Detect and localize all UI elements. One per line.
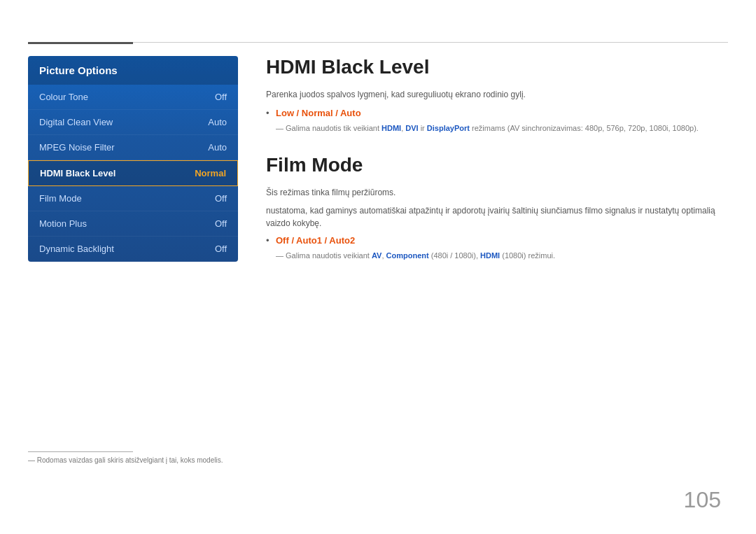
hdmi-bullet-item: Low / Normal / Auto (266, 108, 728, 118)
sidebar-value-hdmi-black-level: Normal (195, 168, 226, 178)
sidebar-item-colour-tone[interactable]: Colour Tone Off (28, 85, 238, 110)
hdmi-note-bold-hdmi: HDMI (382, 124, 401, 132)
sidebar-label-dynamic-backlight: Dynamic Backlight (39, 244, 114, 254)
sidebar-title: Picture Options (28, 56, 238, 85)
sidebar-item-motion-plus[interactable]: Motion Plus Off (28, 211, 238, 237)
film-note-bold-hdmi: HDMI (480, 251, 500, 260)
sidebar-value-mpeg-noise-filter: Auto (208, 142, 227, 153)
main-content: HDMI Black Level Parenka juodos spalvos … (266, 56, 728, 492)
sidebar-item-hdmi-black-level[interactable]: HDMI Black Level Normal (28, 160, 238, 186)
film-mode-bullet-text: Off / Auto1 / Auto2 (276, 235, 355, 246)
hdmi-note-bold-displayport: DisplayPort (427, 124, 470, 132)
sidebar-label-hdmi-black-level: HDMI Black Level (40, 168, 115, 178)
sidebar-item-mpeg-noise-filter[interactable]: MPEG Noise Filter Auto (28, 135, 238, 160)
footnote: ― Rodomas vaizdas gali skiris atsižvelgi… (28, 451, 728, 464)
hdmi-section-desc: Parenka juodos spalvos lygmenį, kad sure… (266, 88, 728, 101)
sidebar-label-film-mode: Film Mode (39, 193, 82, 204)
page-number: 105 (684, 487, 721, 513)
film-mode-title: Film Mode (266, 154, 728, 176)
sidebar-item-digital-clean-view[interactable]: Digital Clean View Auto (28, 110, 238, 135)
sidebar-label-mpeg-noise-filter: MPEG Noise Filter (39, 142, 115, 153)
film-note-bold-av: AV (372, 251, 382, 260)
sidebar-value-motion-plus: Off (215, 218, 227, 229)
hdmi-section-title: HDMI Black Level (266, 56, 728, 78)
sidebar-label-digital-clean-view: Digital Clean View (39, 117, 113, 127)
top-divider (28, 42, 728, 43)
hdmi-section: HDMI Black Level Parenka juodos spalvos … (266, 56, 728, 134)
film-mode-section: Film Mode Šis režimas tinka filmų peržiū… (266, 154, 728, 262)
sidebar-value-film-mode: Off (215, 193, 227, 204)
film-mode-desc1: Šis režimas tinka filmų peržiūroms. (266, 186, 728, 199)
sidebar-value-digital-clean-view: Auto (208, 117, 227, 127)
film-mode-bullet: Off / Auto1 / Auto2 (266, 235, 728, 246)
film-mode-desc2: nustatoma, kad gaminys automatiškai atpa… (266, 204, 728, 230)
footnote-divider (28, 451, 133, 452)
sidebar-item-film-mode[interactable]: Film Mode Off (28, 186, 238, 211)
sidebar-value-colour-tone: Off (215, 92, 227, 102)
sidebar-label-motion-plus: Motion Plus (39, 218, 87, 229)
footnote-text: ― Rodomas vaizdas gali skiris atsižvelgi… (28, 456, 728, 464)
sidebar-value-dynamic-backlight: Off (215, 244, 227, 254)
hdmi-note-bold-dvi: DVI (405, 124, 418, 132)
sidebar-panel: Picture Options Colour Tone Off Digital … (28, 56, 238, 262)
hdmi-note: Galima naudotis tik veikiant HDMI, DVI i… (266, 122, 728, 134)
hdmi-bullet-text: Low / Normal / Auto (276, 108, 361, 118)
top-accent-line (28, 42, 133, 44)
film-note-bold-component: Component (386, 251, 429, 260)
sidebar-item-dynamic-backlight[interactable]: Dynamic Backlight Off (28, 237, 238, 262)
film-mode-note: Galima naudotis veikiant AV, Component (… (266, 250, 728, 262)
sidebar-label-colour-tone: Colour Tone (39, 92, 88, 102)
